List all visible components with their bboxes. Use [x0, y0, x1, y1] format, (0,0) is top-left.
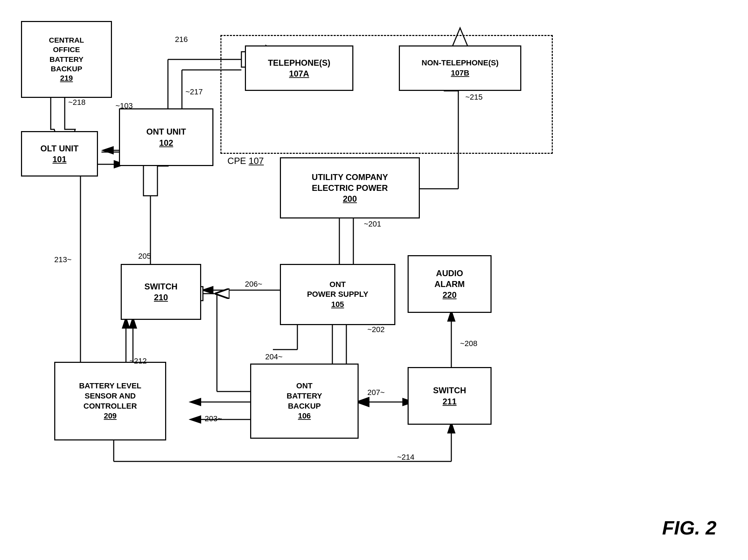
audio-alarm-ref: 220: [443, 289, 457, 300]
ont-battery-backup-label: ONTBATTERYBACKUP: [287, 381, 322, 411]
ref-203: 203~: [205, 414, 222, 423]
switch-211-ref: 211: [443, 396, 457, 407]
switch-210-box: SWITCH 210: [121, 264, 201, 320]
olt-unit-label: OLT UNIT: [41, 143, 79, 154]
ont-power-supply-ref: 105: [331, 300, 344, 310]
fig-label: FIG. 2: [662, 516, 717, 539]
diagram-container: CENTRAL OFFICE BATTERY BACKUP 219 ~218 O…: [0, 0, 748, 560]
ref-208: ~208: [460, 339, 478, 348]
ont-power-supply-box: ONTPOWER SUPPLY 105: [280, 264, 395, 325]
utility-company-ref: 200: [343, 193, 357, 204]
ref-215: ~215: [465, 93, 483, 102]
audio-alarm-label: AUDIOALARM: [435, 268, 465, 289]
telephone-label: TELEPHONE(S): [268, 57, 331, 68]
ref-103: ~103: [115, 101, 133, 110]
ont-unit-ref: 102: [159, 137, 173, 148]
non-telephone-label: NON-TELEPHONE(S): [422, 58, 499, 68]
central-office-ref: 219: [60, 73, 73, 84]
ref-217: ~217: [185, 87, 203, 96]
ont-unit-label: ONT UNIT: [146, 126, 186, 137]
switch-211-label: SWITCH: [433, 385, 466, 396]
central-office-label: CENTRAL OFFICE BATTERY BACKUP: [49, 35, 84, 73]
telephone-ref: 107A: [289, 68, 309, 79]
ref-206: 206~: [245, 280, 262, 289]
ref-212: ~212: [129, 357, 147, 366]
ref-218: ~218: [68, 98, 86, 107]
cpe-ref: 107: [249, 156, 264, 166]
ref-216: 216: [175, 35, 188, 44]
non-telephone-box: NON-TELEPHONE(S) 107B: [399, 45, 521, 91]
ref-205: 205: [138, 252, 151, 261]
telephone-box: TELEPHONE(S) 107A: [245, 45, 353, 91]
ref-204: 204~: [265, 352, 283, 361]
switch-211-box: SWITCH 211: [408, 367, 492, 425]
battery-sensor-label: BATTERY LEVELSENSOR ANDCONTROLLER: [79, 381, 141, 411]
cpe-label: CPE 107: [227, 156, 264, 166]
ont-power-supply-label: ONTPOWER SUPPLY: [307, 280, 368, 300]
utility-company-box: UTILITY COMPANYELECTRIC POWER 200: [280, 157, 420, 218]
ref-213: 213~: [54, 255, 72, 264]
switch-210-label: SWITCH: [144, 281, 178, 292]
ont-unit-box: ONT UNIT 102: [119, 108, 213, 166]
ont-battery-backup-ref: 106: [298, 411, 311, 421]
ref-201: ~201: [364, 220, 381, 229]
olt-unit-box: OLT UNIT 101: [21, 131, 98, 177]
olt-unit-ref: 101: [52, 154, 66, 165]
battery-sensor-box: BATTERY LEVELSENSOR ANDCONTROLLER 209: [54, 362, 166, 440]
central-office-battery-backup-box: CENTRAL OFFICE BATTERY BACKUP 219: [21, 21, 112, 98]
ref-214: ~214: [397, 453, 415, 462]
ref-207: 207~: [367, 388, 385, 397]
ont-battery-backup-box: ONTBATTERYBACKUP 106: [250, 364, 359, 439]
switch-210-ref: 210: [154, 292, 168, 303]
audio-alarm-box: AUDIOALARM 220: [408, 255, 492, 313]
utility-company-label: UTILITY COMPANYELECTRIC POWER: [312, 172, 388, 193]
ref-202: ~202: [367, 325, 385, 334]
battery-sensor-ref: 209: [104, 411, 117, 421]
non-telephone-ref: 107B: [451, 68, 470, 78]
